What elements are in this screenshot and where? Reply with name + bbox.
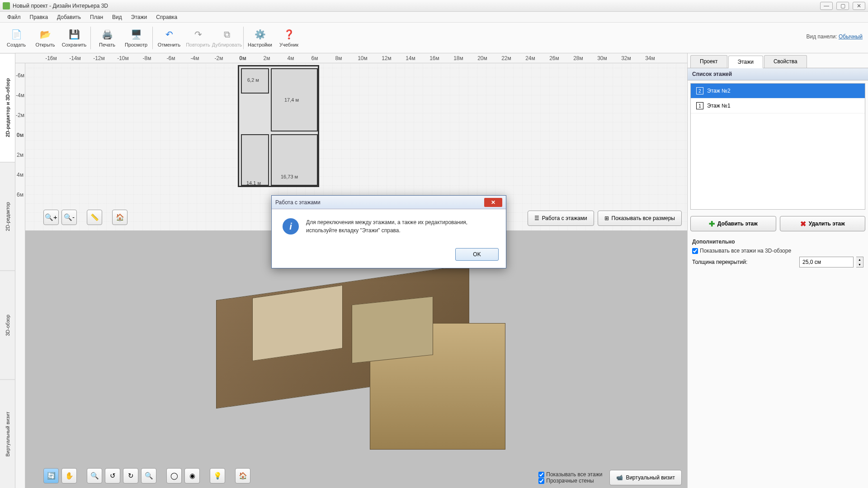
view-mode-2-button[interactable]: ◉ [184,468,200,483]
dimensions-icon: ⊞ [604,215,609,221]
print-button[interactable]: 🖨️Печать [93,24,122,52]
home-button[interactable]: 🏠 [112,210,127,225]
view-3d[interactable]: 🔄 ✋ 🔍 ↺ ↻ 🔍 ◯ ◉ 💡 🏠 Показывать все этажи… [25,230,687,488]
redo-icon: ↷ [192,28,204,41]
show-all-floors-3d-checkbox[interactable] [692,248,698,254]
info-icon: i [283,218,299,235]
undo-button[interactable]: ↶Отменить [155,24,184,52]
menu-floors[interactable]: Этажи [127,13,151,22]
pan-button[interactable]: ✋ [61,468,77,483]
zoom-in-3d-button[interactable]: 🔍 [87,468,102,483]
dialog-title: Работа с этажами [275,199,321,206]
tab-3d-view[interactable]: 3D-обзор [0,271,15,380]
tab-properties[interactable]: Свойства [764,55,807,68]
open-button[interactable]: 📂Открыть [31,24,60,52]
menu-plan[interactable]: План [85,13,108,22]
zoom-out-button[interactable]: 🔍- [61,210,77,225]
help-icon: ❓ [283,28,295,41]
camera-icon: 📹 [616,474,623,481]
close-button[interactable]: ✕ [853,2,865,10]
virtual-visit-button[interactable]: 📹Виртуальный визит [609,470,682,485]
room-label: 17,4 м [284,97,299,103]
tab-floors[interactable]: Этажи [728,56,763,68]
room-label: 16,73 м [281,174,298,179]
transparent-walls-checkbox[interactable] [538,478,544,484]
redo-button: ↷Повторить [184,24,212,52]
menu-help[interactable]: Справка [151,13,182,22]
undo-icon: ↶ [163,28,175,41]
preview-button[interactable]: 🖥️Просмотр [122,24,151,52]
tab-2d-3d-combo[interactable]: 2D-редактор и 3D-обзор [0,53,15,162]
floor-icon: 2 [696,87,703,94]
app-icon [3,2,10,9]
toolbar: 📄Создать 📂Открыть 💾Сохранить 🖨️Печать 🖥️… [0,23,868,53]
work-with-floors-button[interactable]: ☰Работа с этажами [528,211,594,226]
save-button[interactable]: 💾Сохранить [60,24,89,52]
settings-button[interactable]: ⚙️Настройки [245,24,274,52]
house-3d-render [180,255,533,463]
panel-mode: Вид панели: Обычный [806,33,863,40]
menu-edit[interactable]: Правка [25,13,53,22]
folder-open-icon: 📂 [39,28,52,41]
save-icon: 💾 [68,28,80,41]
spin-up-icon[interactable]: ▲ [856,257,863,262]
plus-icon: ✚ [709,220,715,228]
duplicate-button: ⧉Дублировать [212,24,241,52]
panel-mode-link[interactable]: Обычный [839,33,863,40]
extra-header: Дополнительно [692,239,863,245]
lighting-button[interactable]: 💡 [210,468,225,483]
home-3d-button[interactable]: 🏠 [235,468,250,483]
orbit-button[interactable]: 🔄 [43,468,59,483]
floor-list: 2Этаж №2 1Этаж №1 [690,83,865,210]
view-mode-1-button[interactable]: ◯ [166,468,182,483]
add-floor-button[interactable]: ✚Добавить этаж [690,216,776,231]
floor-item[interactable]: 1Этаж №1 [691,99,865,113]
maximize-button[interactable]: ▢ [836,2,849,10]
cross-icon: ✖ [800,220,806,228]
delete-floor-button[interactable]: ✖Удалить этаж [780,216,866,231]
menu-view[interactable]: Вид [108,13,127,22]
zoom-out-3d-button[interactable]: 🔍 [141,468,156,483]
window-title: Новый проект - Дизайн Интерьера 3D [13,3,108,9]
canvas-area: -16м-14м-12м-10м-8м-6м-4м-2м0м2м4м6м8м10… [15,53,687,488]
measure-button[interactable]: 📏 [87,210,102,225]
menu-file[interactable]: Файл [3,13,25,22]
floor-item[interactable]: 2Этаж №2 [691,84,865,99]
minimize-button[interactable]: — [820,2,833,10]
left-tabs: 2D-редактор и 3D-обзор 2D-редактор 3D-об… [0,53,15,488]
spin-down-icon[interactable]: ▼ [856,262,863,267]
ruler-horizontal: -16м-14м-12м-10м-8м-6м-4м-2м0м2м4м6м8м10… [15,53,687,63]
rotate-left-button[interactable]: ↺ [105,468,120,483]
show-all-dimensions-button[interactable]: ⊞Показывать все размеры [598,211,682,226]
dialog-work-with-floors: Работа с этажами ✕ i Для переключения ме… [271,195,506,268]
menubar: Файл Правка Добавить План Вид Этажи Спра… [0,12,868,23]
zoom-in-button[interactable]: 🔍+ [43,210,59,225]
right-panel: Проект Этажи Свойства Список этажей 2Эта… [687,53,868,488]
new-file-icon: 📄 [10,28,23,41]
layers-icon: ☰ [534,215,539,221]
thickness-label: Толщина перекрытий: [692,259,797,265]
thickness-input[interactable]: 25,0 см [799,257,854,267]
room-label: 14,1 м [246,180,261,186]
show-all-floors-checkbox[interactable] [538,472,544,478]
floor-icon: 1 [696,102,703,109]
tutorial-button[interactable]: ❓Учебник [274,24,303,52]
menu-add[interactable]: Добавить [52,13,85,22]
tab-virtual-visit[interactable]: Виртуальный визит [0,380,15,488]
rotate-right-button[interactable]: ↻ [123,468,138,483]
dialog-ok-button[interactable]: OK [455,248,499,261]
floor-list-header: Список этажей [688,68,868,80]
floorplan[interactable]: 6,2 м 17,4 м 14,1 м 16,73 м [238,65,319,187]
ruler-vertical: -6м-4м-2м0м2м4м6м [15,63,25,488]
titlebar: Новый проект - Дизайн Интерьера 3D — ▢ ✕ [0,0,868,12]
dialog-message: Для переключения между этажами, а также … [306,218,495,235]
thickness-spinner[interactable]: ▲▼ [856,257,863,267]
duplicate-icon: ⧉ [221,28,233,41]
monitor-icon: 🖥️ [130,28,142,41]
tab-2d-editor[interactable]: 2D-редактор [0,162,15,271]
room-label: 6,2 м [247,77,259,83]
gear-icon: ⚙️ [254,28,266,41]
create-button[interactable]: 📄Создать [2,24,31,52]
dialog-close-button[interactable]: ✕ [484,198,502,207]
tab-project[interactable]: Проект [690,55,727,68]
